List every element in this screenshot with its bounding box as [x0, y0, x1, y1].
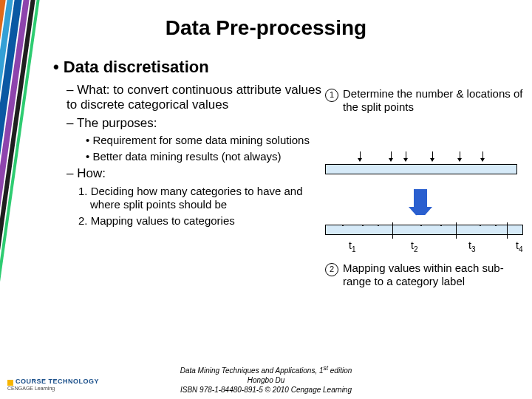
footer-line2: Hongbo Du — [0, 376, 532, 386]
value-marker-icon — [491, 215, 501, 225]
label-t3: t3 — [468, 239, 475, 253]
number-line-bar — [325, 164, 517, 174]
annotation-1: 1 Determine the number & locations of th… — [325, 87, 525, 114]
circled-two-icon: 2 — [325, 263, 338, 276]
bullet-purpose-1: Requirement for some data mining solutio… — [86, 134, 327, 147]
value-marker-icon — [338, 215, 348, 225]
split-points-diagram — [325, 164, 517, 174]
footer-line3: ISBN 978-1-84480-891-5 © 2010 Cengage Le… — [0, 386, 532, 395]
slide-title: Data Pre-processing — [0, 16, 532, 40]
categories-diagram — [325, 225, 523, 235]
annotation-2-text: Mapping values within each sub-range to … — [343, 262, 525, 288]
separator — [456, 222, 457, 239]
label-t1: t1 — [349, 239, 355, 253]
bullet-what: What: to convert continuous attribute va… — [66, 83, 327, 113]
value-marker-icon — [373, 215, 383, 225]
split-arrow-icon — [406, 151, 406, 159]
bullet-how: How: — [66, 166, 327, 181]
bullet-purposes: The purposes: — [66, 116, 327, 131]
split-arrow-icon — [360, 151, 361, 159]
value-marker-icon — [475, 215, 485, 225]
decorative-stripe — [0, 0, 44, 399]
slide: Data Pre-processing Data discretisation … — [0, 0, 532, 399]
split-arrow-icon — [460, 151, 460, 159]
footer-line1: Data Mining Techniques and Applications,… — [0, 364, 532, 376]
bullet-how-2: 2. Mapping values to categories — [78, 214, 327, 228]
separator — [507, 222, 508, 239]
bullet-purpose-2: Better data mining results (not always) — [86, 150, 327, 163]
annotation-2: 2 Mapping values within each sub-range t… — [325, 262, 525, 288]
circled-one-icon: 1 — [325, 89, 338, 102]
split-arrow-icon — [432, 151, 433, 159]
separator — [392, 222, 393, 239]
label-t2: t2 — [411, 239, 417, 253]
split-arrow-icon — [391, 151, 392, 159]
body-text: Data discretisation What: to convert con… — [53, 58, 327, 231]
value-marker-icon — [436, 215, 446, 225]
annotation-1-text: Determine the number & locations of the … — [343, 87, 525, 114]
split-arrow-icon — [482, 151, 483, 159]
category-bar — [325, 225, 523, 235]
slide-footer: Data Mining Techniques and Applications,… — [0, 364, 532, 395]
value-marker-icon — [358, 215, 368, 225]
value-marker-icon — [416, 215, 426, 225]
bullet-level1: Data discretisation — [53, 58, 327, 77]
bullet-how-1: 1. Deciding how many categories to have … — [78, 185, 327, 211]
label-t4: t4 — [516, 239, 522, 253]
